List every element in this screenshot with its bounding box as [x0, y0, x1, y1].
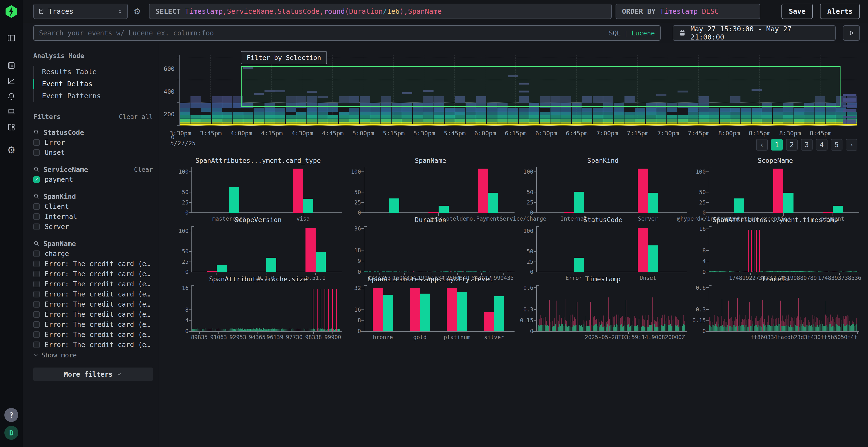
filter-clear-link[interactable]: Clear	[134, 166, 153, 173]
checkbox[interactable]	[33, 271, 40, 277]
checkbox[interactable]	[33, 321, 40, 328]
chart-title: SpanAttributes...yment.card_type	[176, 157, 340, 165]
checkbox[interactable]	[33, 250, 40, 257]
chart-bar	[227, 329, 228, 331]
chart-bar	[296, 329, 297, 331]
pagination-next-button[interactable]: ›	[846, 139, 858, 150]
chart-plot[interactable]: grpc.oteldemo.PaymentService/Charge	[364, 167, 513, 213]
save-button[interactable]: Save	[781, 4, 813, 19]
chart-plot[interactable]: InternalServer	[536, 167, 685, 213]
chart-bar	[294, 330, 296, 331]
analysis-mode-item-event-deltas[interactable]: Event Deltas	[34, 78, 153, 90]
filter-option-error[interactable]: Error	[33, 137, 153, 147]
checkbox[interactable]	[33, 311, 40, 318]
bell-icon[interactable]	[7, 92, 16, 101]
help-button[interactable]: ?	[4, 408, 18, 422]
checkbox[interactable]	[33, 281, 40, 287]
checkbox[interactable]	[33, 149, 40, 156]
checkbox[interactable]	[33, 139, 40, 146]
checkbox[interactable]	[33, 213, 40, 220]
chart-plot[interactable]: ErrorUnset	[536, 226, 685, 272]
chart-plot[interactable]: mastercardvisa	[191, 167, 340, 213]
filter-option-charge[interactable]: charge	[33, 248, 153, 259]
chart-plot[interactable]: 174819227343317481998807891748393738536	[709, 226, 858, 272]
selection-rectangle[interactable]	[241, 66, 840, 107]
alerts-button[interactable]: Alerts	[820, 4, 860, 19]
checkbox[interactable]	[33, 261, 40, 267]
analysis-mode-item-event-patterns[interactable]: Event Patterns	[34, 90, 153, 102]
filter-option-error-the-credit-card-end[interactable]: Error: The credit card (end…	[33, 340, 153, 350]
query-settings-gear-icon[interactable]: ⚙	[133, 7, 141, 15]
timeline-plot[interactable]: Filter by Selection 5/27/25 3:30pm3:45pm…	[179, 55, 858, 126]
checkbox[interactable]	[33, 301, 40, 308]
pagination-page-1[interactable]: 1	[771, 139, 783, 150]
chart-bar	[807, 325, 807, 331]
logo-icon[interactable]	[5, 5, 18, 18]
chart-bar	[659, 326, 659, 331]
chart-plot[interactable]: @hyperdx/instrumentation-exceptionpaymen…	[709, 167, 858, 213]
avatar[interactable]: D	[4, 426, 18, 440]
pagination-page-5[interactable]: 5	[831, 139, 842, 150]
filter-option-error-the-credit-card-end[interactable]: Error: The credit card (end…	[33, 309, 153, 319]
filter-option-server[interactable]: Server	[33, 221, 153, 232]
chart-plot[interactable]: 8983591063929539436596139977309833899900	[191, 285, 340, 331]
gear-icon[interactable]: ⚙	[7, 145, 16, 154]
filter-option-error-the-credit-card-end[interactable]: Error: The credit card (end…	[33, 330, 153, 340]
chart-bar	[731, 327, 732, 331]
analysis-mode-item-results-table[interactable]: Results Table	[34, 66, 153, 78]
time-range-picker[interactable]: May 27 15:30:00 - May 27 21:00:00	[673, 25, 836, 41]
filter-option-payment[interactable]: ✓payment	[33, 174, 153, 184]
checkbox[interactable]: ✓	[33, 176, 40, 183]
timeline-x-tick-label: 7:30pm	[657, 130, 679, 137]
filter-option-error-the-credit-card-end[interactable]: Error: The credit card (end…	[33, 269, 153, 279]
chart-bar	[755, 271, 755, 272]
panel-left-icon[interactable]	[7, 34, 16, 42]
laptop-icon[interactable]	[7, 107, 16, 116]
chart-plot[interactable]: 1333363169831419961834260084954301799943…	[364, 226, 513, 272]
language-toggle[interactable]: SQL | Lucene	[609, 29, 655, 37]
source-select[interactable]: Traces	[33, 4, 128, 19]
chart-bar	[633, 325, 633, 331]
filter-option-error-the-credit-card-end[interactable]: Error: The credit card (end…	[33, 299, 153, 309]
sql-orderby-input[interactable]: ORDER BY Timestamp DESC	[616, 4, 760, 19]
filter-option-internal[interactable]: Internal	[33, 211, 153, 221]
more-filters-button[interactable]: More filters	[33, 368, 153, 381]
chart-bar	[744, 271, 745, 272]
chart-plot[interactable]: bronzegoldplatinumsilver	[364, 285, 513, 331]
pagination-page-3[interactable]: 3	[801, 139, 812, 150]
chart-plot[interactable]: 2025-05-28T03:59:14.900820000Z	[536, 285, 685, 331]
filter-option-unset[interactable]: Unset	[33, 147, 153, 158]
filter-by-selection-tooltip[interactable]: Filter by Selection	[241, 51, 327, 64]
run-query-button[interactable]	[843, 25, 860, 41]
sql-toggle-label[interactable]: SQL	[609, 29, 621, 37]
pagination-page-4[interactable]: 4	[816, 139, 828, 150]
checkbox[interactable]	[33, 203, 40, 210]
chart-plot[interactable]: 0.1.00.51.1	[191, 226, 340, 272]
chart-bar	[316, 329, 316, 331]
filter-group-statuscode: StatusCodeErrorUnset	[33, 128, 153, 158]
clear-all-link[interactable]: Clear all	[119, 113, 153, 121]
filter-option-error-the-credit-card-end[interactable]: Error: The credit card (end…	[33, 279, 153, 289]
filter-option-error-the-credit-card-end[interactable]: Error: The credit card (end…	[33, 319, 153, 330]
show-more-link[interactable]: Show more	[33, 350, 153, 360]
pagination-prev-button[interactable]: ‹	[756, 139, 768, 150]
chart-plot[interactable]: ff860334facdb23d3f430ff5b5050f4f	[709, 285, 858, 331]
checkbox[interactable]	[33, 342, 40, 348]
chart-bar	[307, 330, 307, 331]
filter-option-error-the-credit-card-end[interactable]: Error: The credit card (end…	[33, 289, 153, 299]
notebook-icon[interactable]	[7, 61, 16, 70]
sql-select-input[interactable]: SELECT Timestamp,ServiceName,StatusCode,…	[149, 4, 612, 19]
checkbox[interactable]	[33, 332, 40, 338]
filter-option-error-the-credit-card-end[interactable]: Error: The credit card (end…	[33, 259, 153, 269]
pagination-page-2[interactable]: 2	[786, 139, 798, 150]
lucene-toggle-label[interactable]: Lucene	[631, 29, 655, 37]
layout-icon[interactable]	[7, 123, 16, 132]
checkbox[interactable]	[33, 224, 40, 230]
search-input[interactable]	[39, 29, 609, 37]
chart-bar	[664, 324, 665, 331]
chart-icon[interactable]	[7, 77, 16, 85]
chart-bar	[547, 325, 548, 331]
checkbox[interactable]	[33, 291, 40, 298]
chart-bar	[558, 327, 558, 331]
filter-option-client[interactable]: Client	[33, 201, 153, 211]
